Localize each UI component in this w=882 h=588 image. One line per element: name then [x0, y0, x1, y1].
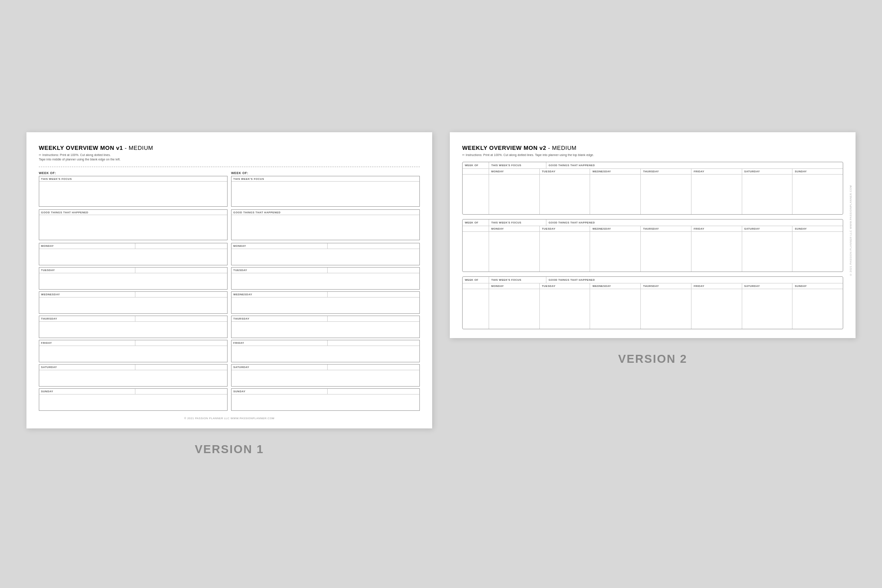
v2-block2-content-fri — [691, 232, 742, 272]
v1-columns: WEEK OF: THIS WEEK'S FOCUS GOOD THINGS T… — [39, 171, 420, 413]
v2-block2-top-row: WEEK OF THIS WEEK'S FOCUS GOOD THINGS TH… — [463, 220, 843, 226]
v2-block2-week-spacer — [463, 226, 489, 231]
v2-block1-good-cell: GOOD THINGS THAT HAPPENED — [546, 162, 843, 168]
v2-subtitle: - MEDIUM — [546, 145, 577, 151]
v1-dashed-line — [39, 167, 420, 167]
v1-col2-thursday: THURSDAY — [231, 316, 420, 338]
v2-block3-sat: SATURDAY — [742, 283, 793, 289]
v2-block1-content-tue — [540, 175, 590, 214]
v1-col1-sunday: SUNDAY — [39, 388, 228, 411]
v1-title: WEEKLY OVERVIEW MON v1 - MEDIUM — [39, 145, 420, 151]
v1-col2-header: WEEK OF: — [231, 171, 420, 175]
v2-copyright: © 2021 PASSION PLANNER LLC WWW.PASSIONPL… — [849, 185, 852, 276]
v2-title: WEEKLY OVERVIEW MON v2 - MEDIUM — [462, 145, 843, 151]
v2-block3-content-wed — [590, 289, 641, 329]
v2-block3-content-mon — [489, 289, 540, 329]
v2-block2-content-row — [463, 232, 843, 272]
v1-col2-good-label: GOOD THINGS THAT HAPPENED — [232, 210, 419, 215]
v1-col2-focus-box: THIS WEEK'S FOCUS — [231, 176, 420, 207]
v1-col1-monday: MONDAY — [39, 243, 228, 265]
v2-block1-sun: SUNDAY — [792, 169, 843, 174]
v2-block3-wed: WEDNESDAY — [590, 283, 641, 289]
v2-block1-week-cell: WEEK OF — [463, 162, 489, 168]
v1-col2-good-box: GOOD THINGS THAT HAPPENED — [231, 209, 420, 240]
v1-col2-wednesday: WEDNESDAY — [231, 291, 420, 314]
v1-col1-good-box: GOOD THINGS THAT HAPPENED — [39, 209, 228, 240]
v1-footer: © 2021 PASSION PLANNER LLC WWW.PASSIONPL… — [39, 417, 420, 420]
v2-block1-sat: SATURDAY — [742, 169, 793, 174]
version1-card: WEEKLY OVERVIEW MON v1 - MEDIUM ✂ Instru… — [26, 132, 432, 456]
v1-col1-saturday: SATURDAY — [39, 364, 228, 387]
v2-block-2: WEEK OF THIS WEEK'S FOCUS GOOD THINGS TH… — [462, 219, 843, 272]
v2-block1-thu: THURSDAY — [641, 169, 691, 174]
v2-block3-week-cell: WEEK OF — [463, 277, 489, 283]
v1-col1-good-label: GOOD THINGS THAT HAPPENED — [39, 210, 227, 215]
v2-block2-sun: SUNDAY — [792, 226, 843, 231]
v2-block3-content-sun — [792, 289, 843, 329]
v2-block1-top-row: WEEK OF THIS WEEK'S FOCUS GOOD THINGS TH… — [463, 162, 843, 169]
v2-scissors-icon: ✂ Instructions: Print at 100%. Cut along… — [462, 153, 843, 158]
v1-col1-focus-label: THIS WEEK'S FOCUS — [39, 176, 227, 182]
v1-col2-focus-label: THIS WEEK'S FOCUS — [232, 176, 419, 182]
v2-block1-content-mon — [489, 175, 540, 214]
v2-block-3: WEEK OF THIS WEEK'S FOCUS GOOD THINGS TH… — [462, 276, 843, 329]
v2-block2-content-wed — [590, 232, 641, 272]
v2-block3-content-thu — [641, 289, 691, 329]
v2-block1-content-fri — [691, 175, 742, 214]
v2-block3-week-spacer — [463, 283, 489, 289]
v2-block2-focus-cell: THIS WEEK'S FOCUS — [489, 220, 546, 226]
v2-block3-mon: MONDAY — [489, 283, 540, 289]
v2-block2-content-week — [463, 232, 489, 272]
v2-block1-content-week — [463, 175, 489, 214]
v2-block3-top-row: WEEK OF THIS WEEK'S FOCUS GOOD THINGS TH… — [463, 277, 843, 283]
v2-block-1: WEEK OF THIS WEEK'S FOCUS GOOD THINGS TH… — [462, 162, 843, 215]
v2-block3-days-row: MONDAY TUESDAY WEDNESDAY THURSDAY FRIDAY… — [463, 283, 843, 289]
v1-version-label: VERSION 1 — [195, 443, 264, 456]
v1-col1-wednesday: WEDNESDAY — [39, 291, 228, 314]
v2-block2-mon: MONDAY — [489, 226, 540, 231]
v2-block1-wed: WEDNESDAY — [590, 169, 641, 174]
v2-block1-content-row — [463, 175, 843, 214]
v1-col1-focus-content — [39, 182, 227, 206]
version2-page: WEEKLY OVERVIEW MON v2 - MEDIUM ✂ Instru… — [450, 132, 856, 339]
v2-block1-focus-cell: THIS WEEK'S FOCUS — [489, 162, 546, 168]
v2-title-bold: WEEKLY OVERVIEW MON v2 — [462, 145, 546, 151]
v1-col1-tuesday: TUESDAY — [39, 267, 228, 290]
v2-block1-mon: MONDAY — [489, 169, 540, 174]
v2-version-label: VERSION 2 — [618, 352, 688, 366]
v2-block2-days-row: MONDAY TUESDAY WEDNESDAY THURSDAY FRIDAY… — [463, 226, 843, 232]
v1-col-1: WEEK OF: THIS WEEK'S FOCUS GOOD THINGS T… — [39, 171, 228, 413]
v1-col2-monday: MONDAY — [231, 243, 420, 265]
v2-block3-fri: FRIDAY — [691, 283, 742, 289]
v2-block3-content-week — [463, 289, 489, 329]
v2-block2-wed: WEDNESDAY — [590, 226, 641, 231]
v2-block3-content-fri — [691, 289, 742, 329]
v1-instructions: ✂ Instructions: Print at 100%. Cut along… — [39, 153, 420, 162]
v2-block3-content-sat — [742, 289, 793, 329]
version2-card: WEEKLY OVERVIEW MON v2 - MEDIUM ✂ Instru… — [450, 132, 856, 456]
v1-col2-friday: FRIDAY — [231, 340, 420, 362]
v2-block1-content-sun — [792, 175, 843, 214]
v2-block2-content-thu — [641, 232, 691, 272]
v2-block2-week-cell: WEEK OF — [463, 220, 489, 226]
v2-block1-content-sat — [742, 175, 793, 214]
v2-block1-week-spacer — [463, 169, 489, 174]
v2-block1-fri: FRIDAY — [691, 169, 742, 174]
v2-block2-content-tue — [540, 232, 590, 272]
v2-block2-content-mon — [489, 232, 540, 272]
v2-block2-content-sat — [742, 232, 793, 272]
v2-block3-content-row — [463, 289, 843, 329]
v2-block2-sat: SATURDAY — [742, 226, 793, 231]
v2-blocks: WEEK OF THIS WEEK'S FOCUS GOOD THINGS TH… — [462, 162, 843, 329]
v1-col2-focus-content — [232, 182, 419, 206]
v2-block3-focus-cell: THIS WEEK'S FOCUS — [489, 277, 546, 283]
version1-page: WEEKLY OVERVIEW MON v1 - MEDIUM ✂ Instru… — [26, 132, 432, 428]
v2-block3-tue: TUESDAY — [540, 283, 590, 289]
v2-block1-content-thu — [641, 175, 691, 214]
v1-col2-tuesday: TUESDAY — [231, 267, 420, 290]
v1-col2-good-content — [232, 215, 419, 240]
v1-col1-friday: FRIDAY — [39, 340, 228, 362]
main-container: WEEKLY OVERVIEW MON v1 - MEDIUM ✂ Instru… — [26, 132, 856, 456]
v2-block3-good-cell: GOOD THINGS THAT HAPPENED — [546, 277, 843, 283]
v2-block2-thu: THURSDAY — [641, 226, 691, 231]
